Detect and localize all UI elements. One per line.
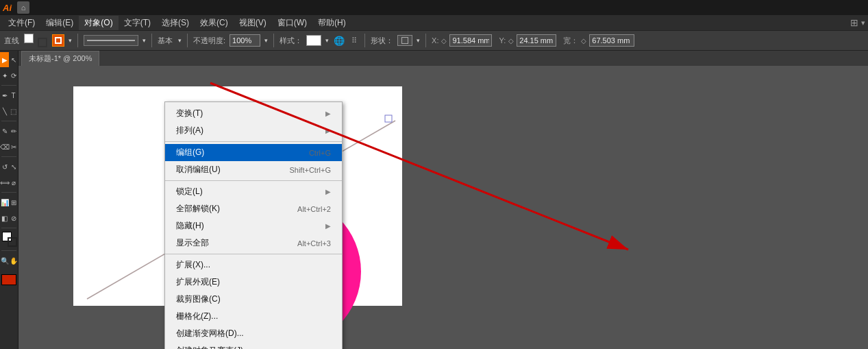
- workspace-arrow[interactable]: ▾: [861, 19, 865, 27]
- workspace-icon[interactable]: ⊞: [850, 17, 858, 28]
- svg-rect-1: [385, 115, 392, 122]
- menu-object[interactable]: 对象(O): [79, 16, 118, 30]
- menu-help[interactable]: 帮助(H): [312, 16, 351, 30]
- select-tool[interactable]: ▶: [0, 52, 9, 67]
- menu-select[interactable]: 选择(S): [156, 16, 195, 30]
- submenu-arrow-lock: ▶: [325, 188, 331, 195]
- grid-dots-icon[interactable]: ⠿: [351, 36, 357, 45]
- zoom-tool[interactable]: 🔍: [0, 253, 9, 268]
- dropdown-menu: 变换(T) ▶ 排列(A) ▶ 编组(G) Ctrl+G 取消编组(U) Shi…: [164, 101, 343, 349]
- gradient-tool[interactable]: ◧: [0, 210, 9, 226]
- menu-item-gradient-mesh[interactable]: 创建渐变网格(D)...: [165, 325, 342, 342]
- menu-item-unlock-all[interactable]: 全部解锁(K) Alt+Ctrl+2: [165, 200, 342, 217]
- eyedropper-tool[interactable]: ⊘: [9, 210, 18, 226]
- eraser-tool[interactable]: ⌫: [0, 139, 9, 154]
- canvas-tab[interactable]: 未标题-1* @ 200%: [21, 51, 99, 66]
- menu-effect[interactable]: 效果(C): [195, 16, 234, 30]
- mesh-tool[interactable]: ⊞: [9, 195, 18, 210]
- menu-item-expand[interactable]: 扩展(X)...: [165, 256, 342, 274]
- sep1: [77, 34, 78, 47]
- lasso-tool[interactable]: ⟳: [9, 68, 18, 83]
- pen-tool[interactable]: ✒: [0, 88, 9, 103]
- stroke-dropdown-arrow[interactable]: ▾: [69, 37, 72, 44]
- tool-sep-2: [1, 121, 16, 121]
- tool-sep-4: [1, 192, 16, 193]
- menu-item-group[interactable]: 编组(G) Ctrl+G: [165, 144, 342, 161]
- stroke-style-icon[interactable]: [52, 34, 64, 47]
- warp-tool[interactable]: ⌀: [9, 175, 18, 190]
- scissor-tool[interactable]: ✂: [9, 139, 18, 154]
- menu-item-ungroup[interactable]: 取消编组(U) Shift+Ctrl+G: [165, 161, 342, 178]
- paintbrush-tool[interactable]: ✎: [0, 123, 9, 139]
- shape-tool[interactable]: ⬚: [9, 104, 18, 119]
- style-label: 基本: [158, 36, 173, 46]
- graph-tool[interactable]: 📊: [0, 195, 9, 210]
- tool-sep-5: [1, 228, 16, 228]
- dd-sep-3: [165, 254, 342, 254]
- menu-item-crop-image[interactable]: 裁剪图像(C): [165, 291, 342, 308]
- menu-item-transform[interactable]: 变换(T) ▶: [165, 105, 342, 122]
- canvas-viewport[interactable]: [18, 66, 868, 349]
- menu-item-mosaic[interactable]: 创建对象马赛克(J)...: [165, 342, 342, 349]
- scale-tool[interactable]: ⤡: [9, 159, 18, 174]
- sep5: [364, 34, 365, 47]
- type-tool[interactable]: T: [9, 88, 18, 103]
- toolbox: ▶ ↖ ✦ ⟳ ✒ T ╲ ⬚ ✎ ✏ ⌫ ✂ ↺ ⤡ ⟺: [0, 51, 18, 349]
- tool-sep-1: [1, 85, 16, 86]
- menu-edit[interactable]: 编辑(E): [40, 16, 79, 30]
- stroke-line-dropdown[interactable]: ▾: [142, 37, 146, 44]
- opacity-dropdown[interactable]: ▾: [264, 37, 268, 44]
- menu-item-rasterize[interactable]: 栅格化(Z)...: [165, 308, 342, 325]
- tool-row-gradient: ◧ ⊘: [0, 210, 18, 226]
- dd-sep-2: [165, 180, 342, 181]
- artboard-color-area[interactable]: [1, 270, 16, 285]
- menu-window[interactable]: 窗口(W): [272, 16, 312, 30]
- toolbar: 直线 ▾ ▾ 基本 ▾ 不透明度: ▾ 样式： ▾ 🌐 ⠿ 形状： ▾ X: ◇…: [0, 30, 868, 51]
- app-logo: Ai: [3, 3, 12, 13]
- fill-stroke-area[interactable]: [2, 232, 17, 247]
- pencil-tool[interactable]: ✏: [9, 123, 18, 139]
- sep4: [273, 34, 274, 47]
- home-icon[interactable]: ⌂: [17, 1, 29, 14]
- tool-row-graph: 📊 ⊞: [0, 195, 18, 210]
- style2-dropdown[interactable]: ▾: [325, 37, 329, 44]
- tool-row-pen: ✒ T: [0, 88, 18, 103]
- tool-row-view: 🔍 ✋: [0, 253, 18, 268]
- submenu-arrow-hide: ▶: [325, 222, 331, 230]
- menu-item-hide[interactable]: 隐藏(H) ▶: [165, 217, 342, 234]
- menu-item-arrange[interactable]: 排列(A) ▶: [165, 122, 342, 139]
- direct-select-tool[interactable]: ↖: [9, 52, 18, 67]
- canvas-area: 未标题-1* @ 200%: [18, 51, 868, 349]
- menu-text[interactable]: 文字(T): [119, 16, 156, 30]
- menu-item-show-all[interactable]: 显示全部 Alt+Ctrl+3: [165, 234, 342, 252]
- tool-sep-6: [1, 250, 16, 251]
- tool-sep-3: [1, 156, 16, 157]
- tool-row-width: ⟺ ⌀: [0, 175, 18, 190]
- rotate-tool[interactable]: ↺: [0, 159, 9, 174]
- sep2: [151, 34, 152, 47]
- stroke-line-preview[interactable]: [84, 35, 138, 46]
- style-dropdown[interactable]: ▾: [178, 37, 182, 44]
- menu-file[interactable]: 文件(F): [3, 16, 40, 30]
- tool-row-paint: ✎ ✏: [0, 123, 18, 139]
- magic-wand-tool[interactable]: ✦: [0, 68, 9, 83]
- shape-icon[interactable]: [397, 35, 412, 46]
- x-input[interactable]: [449, 34, 492, 47]
- globe-icon[interactable]: 🌐: [334, 36, 345, 46]
- y-label: Y:: [499, 36, 506, 45]
- shape-dropdown[interactable]: ▾: [417, 37, 420, 44]
- opacity-input[interactable]: [230, 34, 260, 47]
- style-swatch[interactable]: [306, 35, 321, 46]
- tool-row-rotate: ↺ ⤡: [0, 159, 18, 174]
- hand-tool[interactable]: ✋: [9, 253, 18, 268]
- y-unit-icon: ◇: [508, 37, 514, 45]
- w-input[interactable]: [589, 34, 634, 47]
- menu-item-expand-appearance[interactable]: 扩展外观(E): [165, 274, 342, 291]
- menu-item-lock[interactable]: 锁定(L) ▶: [165, 183, 342, 200]
- y-input[interactable]: [517, 34, 556, 47]
- line-tool[interactable]: ╲: [0, 104, 9, 119]
- stroke-color-area[interactable]: [23, 33, 48, 48]
- menu-view[interactable]: 视图(V): [234, 16, 272, 30]
- tool-row-line: ╲ ⬚: [0, 104, 18, 119]
- width-tool[interactable]: ⟺: [0, 175, 9, 190]
